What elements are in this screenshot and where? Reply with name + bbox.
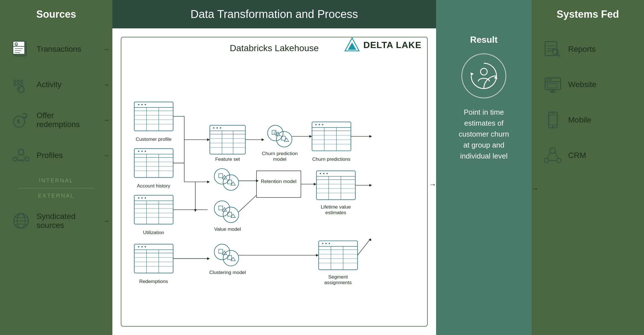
svg-point-178: [325, 243, 327, 244]
result-header-spacer: [436, 0, 532, 29]
svg-text:Utilization: Utilization: [143, 230, 164, 235]
svg-point-121: [322, 124, 323, 125]
svg-point-47: [145, 151, 146, 152]
system-item-reports: Reports: [540, 31, 636, 67]
clustering-model-node: Clustering model: [209, 244, 246, 275]
svg-text:$: $: [17, 119, 20, 124]
svg-rect-139: [228, 212, 232, 216]
middle-column: Data Transformation and Process Databric…: [112, 0, 436, 335]
result-left-arrow: →: [429, 180, 436, 189]
flow-diagram: Customer profile: [130, 59, 419, 320]
svg-point-190: [553, 49, 558, 55]
svg-point-155: [326, 173, 328, 174]
svg-point-100: [267, 125, 283, 141]
svg-rect-137: [219, 206, 223, 210]
svg-rect-129: [228, 180, 232, 184]
svg-line-209: [555, 153, 558, 158]
svg-point-8: [14, 80, 16, 82]
source-label-offer-redemptions: Offerredemptions: [37, 111, 80, 129]
svg-rect-1: [13, 41, 25, 54]
activity-arrow: →: [103, 81, 110, 89]
svg-text:Churn prediction: Churn prediction: [262, 151, 298, 156]
svg-rect-25: [134, 102, 173, 131]
delta-lake-logo: DELTA LAKE: [344, 37, 421, 53]
svg-point-17: [18, 149, 24, 155]
svg-marker-106: [284, 138, 289, 142]
svg-point-206: [544, 158, 549, 163]
svg-point-70: [141, 246, 143, 248]
main-layout: Sources $ Transactions →: [0, 0, 644, 335]
svg-text:model: model: [273, 156, 286, 162]
svg-point-19: [25, 157, 29, 161]
svg-point-154: [323, 173, 325, 174]
svg-rect-37: [134, 149, 173, 178]
sources-title: Sources: [0, 0, 112, 26]
svg-marker-124: [369, 135, 372, 137]
segment-assignments-node: Segment assignments: [319, 241, 357, 285]
redemptions-node: Redemptions: [134, 244, 173, 284]
svg-text:Redemptions: Redemptions: [139, 279, 168, 284]
churn-predictions-node: Churn predictions: [312, 122, 351, 162]
svg-line-208: [548, 153, 550, 158]
middle-content: Databricks Lakehouse DELTA LAKE: [112, 28, 436, 335]
churn-prediction-model-node: Churn prediction model: [262, 125, 298, 162]
svg-point-203: [552, 126, 554, 127]
systems-title: Systems Fed: [532, 0, 644, 26]
retention-model-node: [214, 169, 239, 190]
svg-text:assignments: assignments: [324, 280, 352, 285]
svg-point-179: [329, 243, 330, 244]
mobile-icon: [543, 110, 563, 130]
system-item-website: Website: [540, 67, 636, 102]
svg-point-57: [138, 197, 139, 199]
svg-point-33: [138, 104, 139, 105]
profiles-icon: [11, 146, 31, 165]
profiles-arrow: →: [103, 151, 110, 159]
sources-column: Sources $ Transactions →: [0, 0, 112, 335]
svg-point-34: [141, 104, 143, 105]
svg-point-95: [216, 127, 218, 129]
result-title: Result: [470, 35, 498, 45]
source-label-syndicated: Syndicatedsources: [37, 212, 76, 230]
source-label-transactions: Transactions: [37, 45, 81, 54]
svg-text:Retention model: Retention model: [261, 178, 297, 184]
website-icon: [543, 75, 563, 94]
svg-line-191: [558, 54, 560, 56]
svg-point-45: [138, 151, 139, 152]
transactions-icon: $: [11, 39, 31, 59]
source-item-offer-redemptions: $ Offerredemptions →: [8, 102, 104, 138]
middle-header: Data Transformation and Process: [112, 0, 436, 28]
svg-point-59: [145, 197, 146, 199]
svg-text:Customer profile: Customer profile: [136, 136, 171, 142]
svg-point-69: [138, 246, 139, 248]
svg-rect-86: [210, 125, 246, 154]
svg-marker-134: [256, 180, 258, 182]
sources-items: $ Transactions →: [0, 26, 112, 335]
svg-point-186: [480, 68, 487, 75]
system-label-mobile: Mobile: [568, 116, 591, 125]
svg-marker-110: [309, 135, 312, 137]
svg-point-120: [319, 124, 320, 125]
svg-line-142: [239, 195, 256, 212]
svg-marker-168: [316, 254, 319, 257]
svg-point-101: [276, 132, 292, 147]
svg-point-177: [322, 243, 323, 244]
svg-point-11: [14, 83, 16, 86]
svg-point-119: [315, 124, 317, 125]
svg-text:Segment: Segment: [328, 274, 348, 280]
source-label-activity: Activity: [37, 80, 62, 89]
systems-items: Reports Website: [532, 26, 644, 335]
crm-icon: [543, 146, 563, 165]
svg-text:Clustering model: Clustering model: [209, 270, 246, 275]
offer-redemptions-icon: $: [11, 110, 31, 130]
svg-rect-49: [134, 195, 173, 224]
source-item-profiles: Profiles →: [8, 138, 104, 173]
svg-marker-83: [194, 209, 197, 212]
svg-point-35: [145, 104, 146, 105]
svg-point-207: [557, 158, 561, 163]
internal-external-divider: [18, 188, 94, 188]
svg-point-13: [21, 83, 23, 86]
svg-point-194: [547, 79, 548, 81]
source-item-activity: Activity →: [8, 67, 104, 102]
svg-rect-61: [134, 244, 173, 273]
svg-line-182: [358, 240, 370, 255]
